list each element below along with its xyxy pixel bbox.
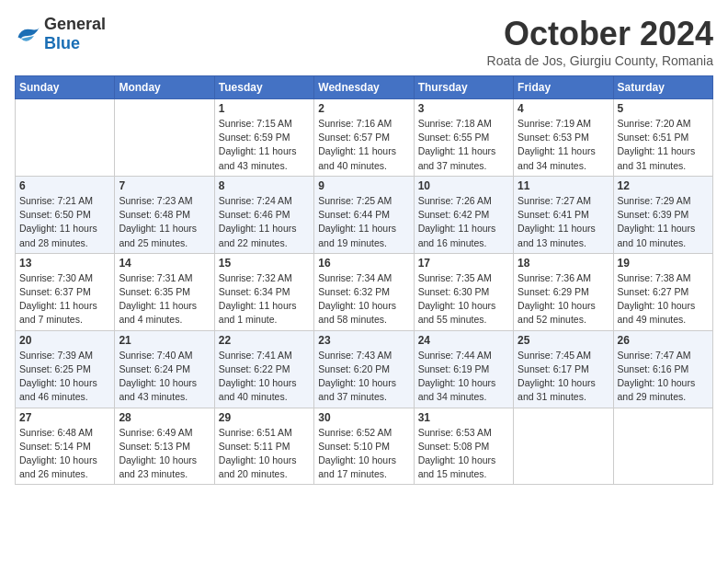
calendar-cell: 7Sunrise: 7:23 AMSunset: 6:48 PMDaylight… xyxy=(115,176,214,253)
sunset-text: Sunset: 6:34 PM xyxy=(219,285,310,299)
day-info: Sunrise: 7:23 AMSunset: 6:48 PMDaylight:… xyxy=(119,194,210,250)
day-number: 12 xyxy=(618,179,709,192)
location-title: Roata de Jos, Giurgiu County, Romania xyxy=(487,53,713,68)
calendar-cell: 12Sunrise: 7:29 AMSunset: 6:39 PMDayligh… xyxy=(613,176,712,253)
sunset-text: Sunset: 6:55 PM xyxy=(418,131,509,144)
calendar-cell: 8Sunrise: 7:24 AMSunset: 6:46 PMDaylight… xyxy=(214,176,313,253)
calendar-cell: 19Sunrise: 7:38 AMSunset: 6:27 PMDayligh… xyxy=(613,253,712,330)
day-info: Sunrise: 7:36 AMSunset: 6:29 PMDaylight:… xyxy=(518,271,609,327)
sunrise-text: Sunrise: 7:27 AM xyxy=(518,194,609,208)
calendar-cell: 11Sunrise: 7:27 AMSunset: 6:41 PMDayligh… xyxy=(514,176,613,253)
day-number: 13 xyxy=(19,257,110,270)
day-number: 24 xyxy=(418,334,509,347)
sunset-text: Sunset: 5:14 PM xyxy=(19,440,110,454)
calendar-cell: 15Sunrise: 7:32 AMSunset: 6:34 PMDayligh… xyxy=(214,253,313,330)
daylight-text: Daylight: 10 hours and 58 minutes. xyxy=(318,299,409,327)
calendar-cell: 9Sunrise: 7:25 AMSunset: 6:44 PMDaylight… xyxy=(314,176,414,253)
day-number: 30 xyxy=(318,411,409,424)
calendar-cell xyxy=(514,408,613,485)
calendar-cell: 5Sunrise: 7:20 AMSunset: 6:51 PMDaylight… xyxy=(613,99,712,177)
daylight-text: Daylight: 10 hours and 34 minutes. xyxy=(418,376,509,404)
day-of-week-header: Tuesday xyxy=(214,76,313,99)
sunset-text: Sunset: 6:20 PM xyxy=(318,362,409,376)
day-number: 26 xyxy=(618,334,709,347)
sunset-text: Sunset: 6:59 PM xyxy=(219,131,310,144)
day-info: Sunrise: 7:43 AMSunset: 6:20 PMDaylight:… xyxy=(318,349,409,405)
sunset-text: Sunset: 5:11 PM xyxy=(219,440,310,454)
sunset-text: Sunset: 6:44 PM xyxy=(318,208,409,222)
calendar-cell: 30Sunrise: 6:52 AMSunset: 5:10 PMDayligh… xyxy=(314,408,414,485)
page-header: General Blue October 2024 Roata de Jos, … xyxy=(15,15,713,68)
sunrise-text: Sunrise: 7:25 AM xyxy=(318,194,409,208)
day-info: Sunrise: 7:47 AMSunset: 6:16 PMDaylight:… xyxy=(618,349,709,405)
sunrise-text: Sunrise: 7:24 AM xyxy=(219,194,310,208)
sunset-text: Sunset: 6:19 PM xyxy=(418,362,509,376)
day-info: Sunrise: 7:44 AMSunset: 6:19 PMDaylight:… xyxy=(418,349,509,405)
day-number: 17 xyxy=(418,257,509,270)
day-number: 1 xyxy=(219,102,310,115)
calendar-cell: 16Sunrise: 7:34 AMSunset: 6:32 PMDayligh… xyxy=(314,253,414,330)
calendar-cell: 27Sunrise: 6:48 AMSunset: 5:14 PMDayligh… xyxy=(16,408,115,485)
sunrise-text: Sunrise: 6:51 AM xyxy=(219,426,310,440)
day-number: 29 xyxy=(219,411,310,424)
day-number: 19 xyxy=(618,257,709,270)
day-info: Sunrise: 7:32 AMSunset: 6:34 PMDaylight:… xyxy=(219,271,310,327)
day-number: 20 xyxy=(19,334,110,347)
day-number: 11 xyxy=(518,179,609,192)
day-number: 5 xyxy=(618,102,709,115)
title-block: October 2024 Roata de Jos, Giurgiu Count… xyxy=(487,15,713,68)
daylight-text: Daylight: 11 hours and 16 minutes. xyxy=(418,222,509,249)
day-info: Sunrise: 7:35 AMSunset: 6:30 PMDaylight:… xyxy=(418,271,509,327)
calendar-cell xyxy=(16,99,115,177)
sunset-text: Sunset: 6:48 PM xyxy=(119,208,210,222)
daylight-text: Daylight: 10 hours and 17 minutes. xyxy=(318,454,409,481)
sunset-text: Sunset: 6:53 PM xyxy=(518,131,609,144)
daylight-text: Daylight: 10 hours and 37 minutes. xyxy=(318,376,409,404)
day-of-week-header: Saturday xyxy=(613,76,712,99)
daylight-text: Daylight: 11 hours and 34 minutes. xyxy=(518,144,609,172)
sunset-text: Sunset: 6:51 PM xyxy=(618,131,709,144)
calendar-cell: 29Sunrise: 6:51 AMSunset: 5:11 PMDayligh… xyxy=(214,408,313,485)
sunset-text: Sunset: 6:22 PM xyxy=(219,362,310,376)
day-info: Sunrise: 6:49 AMSunset: 5:13 PMDaylight:… xyxy=(119,426,210,482)
calendar-cell: 23Sunrise: 7:43 AMSunset: 6:20 PMDayligh… xyxy=(314,330,414,408)
sunrise-text: Sunrise: 7:31 AM xyxy=(119,271,210,285)
sunrise-text: Sunrise: 7:21 AM xyxy=(19,194,110,208)
sunrise-text: Sunrise: 7:39 AM xyxy=(19,349,110,362)
calendar-week-row: 27Sunrise: 6:48 AMSunset: 5:14 PMDayligh… xyxy=(16,408,713,485)
calendar-cell: 2Sunrise: 7:16 AMSunset: 6:57 PMDaylight… xyxy=(314,99,414,177)
calendar-week-row: 6Sunrise: 7:21 AMSunset: 6:50 PMDaylight… xyxy=(16,176,713,253)
day-number: 15 xyxy=(219,257,310,270)
calendar-week-row: 1Sunrise: 7:15 AMSunset: 6:59 PMDaylight… xyxy=(16,99,713,177)
calendar-cell: 3Sunrise: 7:18 AMSunset: 6:55 PMDaylight… xyxy=(414,99,513,177)
day-number: 14 xyxy=(119,257,210,270)
day-number: 2 xyxy=(318,102,409,115)
day-info: Sunrise: 7:21 AMSunset: 6:50 PMDaylight:… xyxy=(19,194,110,250)
day-info: Sunrise: 7:41 AMSunset: 6:22 PMDaylight:… xyxy=(219,349,310,405)
calendar-week-row: 13Sunrise: 7:30 AMSunset: 6:37 PMDayligh… xyxy=(16,253,713,330)
calendar-cell: 24Sunrise: 7:44 AMSunset: 6:19 PMDayligh… xyxy=(414,330,513,408)
logo-general: General xyxy=(44,15,106,33)
daylight-text: Daylight: 11 hours and 37 minutes. xyxy=(418,144,509,172)
sunset-text: Sunset: 6:50 PM xyxy=(19,208,110,222)
daylight-text: Daylight: 11 hours and 4 minutes. xyxy=(119,299,210,327)
daylight-text: Daylight: 11 hours and 31 minutes. xyxy=(618,144,709,172)
sunrise-text: Sunrise: 7:34 AM xyxy=(318,271,409,285)
day-info: Sunrise: 7:16 AMSunset: 6:57 PMDaylight:… xyxy=(318,117,409,173)
sunset-text: Sunset: 6:46 PM xyxy=(219,208,310,222)
day-of-week-header: Thursday xyxy=(414,76,513,99)
calendar-header-row: SundayMondayTuesdayWednesdayThursdayFrid… xyxy=(16,76,713,99)
day-number: 16 xyxy=(318,257,409,270)
sunrise-text: Sunrise: 7:23 AM xyxy=(119,194,210,208)
calendar-cell xyxy=(115,99,214,177)
month-title: October 2024 xyxy=(487,15,713,53)
day-info: Sunrise: 7:30 AMSunset: 6:37 PMDaylight:… xyxy=(19,271,110,327)
daylight-text: Daylight: 11 hours and 25 minutes. xyxy=(119,222,210,249)
daylight-text: Daylight: 11 hours and 1 minute. xyxy=(219,299,310,327)
day-info: Sunrise: 7:31 AMSunset: 6:35 PMDaylight:… xyxy=(119,271,210,327)
logo-blue: Blue xyxy=(44,34,80,52)
day-info: Sunrise: 6:53 AMSunset: 5:08 PMDaylight:… xyxy=(418,426,509,482)
sunrise-text: Sunrise: 7:41 AM xyxy=(219,349,310,362)
sunrise-text: Sunrise: 7:26 AM xyxy=(418,194,509,208)
sunrise-text: Sunrise: 7:19 AM xyxy=(518,117,609,131)
